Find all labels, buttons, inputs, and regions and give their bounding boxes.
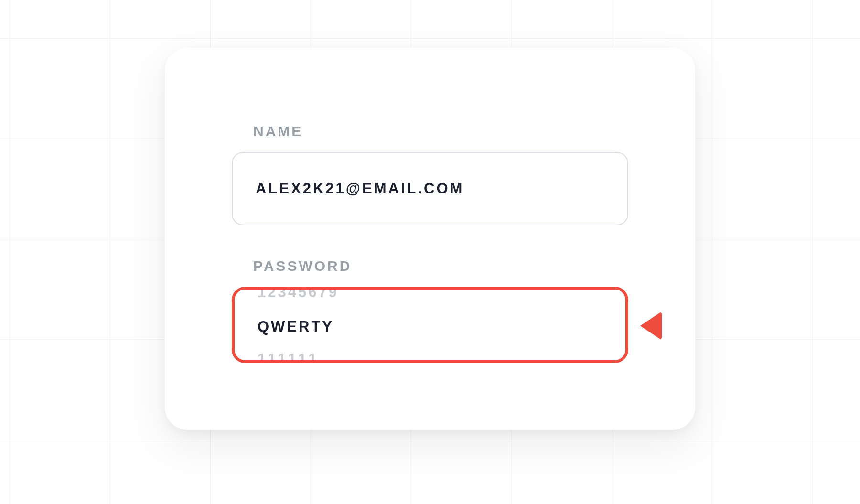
password-option-above: 12345679 <box>258 287 339 301</box>
password-option-below: 111111 <box>258 351 318 363</box>
name-field-block: NAME <box>253 123 303 139</box>
pointer-left-icon <box>640 311 662 340</box>
name-input[interactable] <box>232 152 628 225</box>
password-option-current: QWERTY <box>258 318 334 335</box>
stage: NAME PASSWORD 12345679 QWERTY 111111 <box>0 0 860 504</box>
password-label: PASSWORD <box>253 258 352 274</box>
login-card: NAME PASSWORD 12345679 QWERTY 111111 <box>165 48 695 430</box>
password-field-block: PASSWORD <box>253 258 352 274</box>
name-label: NAME <box>253 123 303 139</box>
password-picker[interactable]: 12345679 QWERTY 111111 <box>232 287 628 363</box>
